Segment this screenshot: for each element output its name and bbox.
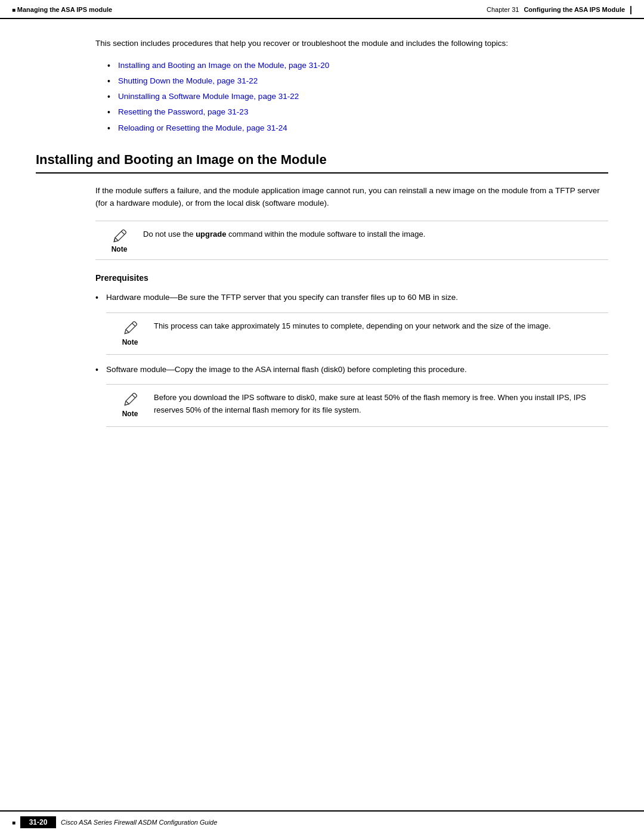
link-resetting-password[interactable]: Resetting the Password, page 31-23 [118, 107, 248, 116]
topic-links-list: Installing and Booting an Image on the M… [107, 60, 608, 134]
note-icon-area-2: Note [106, 319, 154, 348]
note-pencil-icon-2 [122, 319, 138, 336]
note-icon-area: Note [95, 227, 143, 253]
note-pencil-icon [111, 227, 128, 244]
note-label-1: Note [112, 245, 128, 253]
header-bar: | [630, 5, 632, 14]
list-item[interactable]: Uninstalling a Software Module Image, pa… [107, 91, 608, 103]
header-chapter-info: Chapter 31 Configuring the ASA IPS Modul… [487, 5, 632, 14]
section-heading: Installing and Booting an Image on the M… [36, 152, 608, 174]
footer-book-title: Cisco ASA Series Firewall ASDM Configura… [61, 819, 217, 826]
note-pencil-icon-3 [122, 391, 138, 407]
note-label-2: Note [122, 337, 138, 348]
header-section-label: Managing the ASA IPS module [12, 6, 112, 13]
list-item[interactable]: Shutting Down the Module, page 31-22 [107, 75, 608, 87]
main-content: This section includes procedures that he… [0, 19, 644, 471]
link-reloading[interactable]: Reloading or Resetting the Module, page … [118, 123, 287, 132]
page-number: 31-20 [20, 816, 56, 828]
header-chapter: Chapter 31 [487, 6, 519, 13]
note-text-2: This process can take approximately 15 m… [154, 319, 608, 333]
prereq-software-text: Software module—Copy the image to the AS… [106, 365, 467, 374]
note-icon-area-3: Note [106, 391, 154, 420]
note-label-3: Note [122, 408, 138, 420]
link-shutting-down[interactable]: Shutting Down the Module, page 31-22 [118, 76, 258, 85]
prerequisites-list: Hardware module—Be sure the TFTP server … [95, 291, 608, 427]
note-box-download: Note Before you download the IPS softwar… [106, 384, 608, 426]
list-item[interactable]: Reloading or Resetting the Module, page … [107, 122, 608, 134]
prereq-hardware-text: Hardware module—Be sure the TFTP server … [106, 293, 458, 302]
link-installing-booting[interactable]: Installing and Booting an Image on the M… [118, 61, 329, 70]
list-item[interactable]: Installing and Booting an Image on the M… [107, 60, 608, 72]
page-header: Managing the ASA IPS module Chapter 31 C… [0, 0, 644, 19]
note-text-3: Before you download the IPS software to … [154, 391, 608, 417]
page-footer: 31-20 Cisco ASA Series Firewall ASDM Con… [0, 810, 644, 833]
note-box-process: Note This process can take approximately… [106, 312, 608, 355]
list-item[interactable]: Resetting the Password, page 31-23 [107, 106, 608, 118]
note-text-1: Do not use the upgrade command within th… [143, 227, 608, 241]
prereq-item-software: Software module—Copy the image to the AS… [95, 363, 608, 427]
page: Managing the ASA IPS module Chapter 31 C… [0, 0, 644, 833]
link-uninstalling[interactable]: Uninstalling a Software Module Image, pa… [118, 92, 299, 101]
section-body-text: If the module suffers a failure, and the… [95, 184, 608, 210]
prerequisites-heading: Prerequisites [95, 273, 608, 283]
note-box-upgrade: Note Do not use the upgrade command with… [95, 221, 608, 260]
intro-paragraph: This section includes procedures that he… [95, 37, 608, 50]
note-bold-upgrade: upgrade [196, 230, 226, 239]
footer-left: 31-20 Cisco ASA Series Firewall ASDM Con… [12, 816, 632, 828]
prereq-item-hardware: Hardware module—Be sure the TFTP server … [95, 291, 608, 355]
header-title: Configuring the ASA IPS Module [524, 6, 625, 13]
